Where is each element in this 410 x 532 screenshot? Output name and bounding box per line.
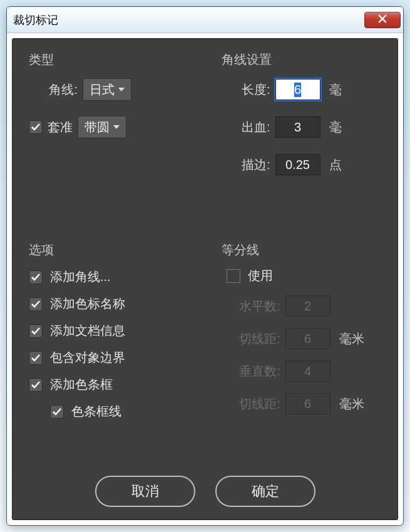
v-dist-input [285, 393, 331, 414]
cancel-button-label: 取消 [131, 482, 159, 501]
ok-button[interactable]: 确定 [215, 476, 315, 507]
stroke-input[interactable] [275, 154, 320, 175]
add-doc-info-checkbox[interactable] [29, 324, 43, 338]
close-button[interactable] [364, 12, 401, 28]
add-swatch-name-checkbox[interactable] [29, 297, 43, 311]
bleed-label: 出血: [222, 119, 270, 136]
v-count-input [285, 361, 331, 382]
length-unit: 毫 [329, 81, 342, 98]
dialog-footer: 取消 确定 [13, 476, 397, 507]
cancel-button[interactable]: 取消 [95, 476, 195, 507]
crop-marks-dialog: 裁切标记 类型 角线: 日式 [6, 6, 404, 526]
register-style-select[interactable]: 带圆 [78, 116, 126, 138]
add-swatch-name-label: 添加色标名称 [50, 295, 125, 312]
options-panel: 选项 添加角线... 添加色标名称 添 [13, 229, 205, 469]
type-panel: 类型 角线: 日式 套准 带圆 [13, 39, 205, 229]
h-dist-unit: 毫米 [339, 330, 364, 347]
length-label: 长度: [222, 81, 270, 98]
add-corner-label: 添加角线... [50, 269, 111, 285]
register-label: 套准 [48, 119, 73, 136]
chevron-down-icon [113, 125, 120, 129]
add-corner-checkbox[interactable] [29, 270, 43, 284]
corner-style-value: 日式 [90, 81, 115, 98]
stroke-label: 描边: [222, 156, 270, 173]
register-style-value: 带圆 [85, 119, 110, 136]
v-count-label: 垂直数: [222, 363, 280, 380]
h-count-label: 水平数: [222, 298, 280, 315]
stroke-unit: 点 [329, 156, 342, 173]
ok-button-label: 确定 [252, 482, 279, 501]
bleed-unit: 毫 [329, 119, 342, 136]
division-panel: 等分线 使用 水平数: 切线距: 毫米 垂直数: [205, 229, 398, 469]
bleed-input[interactable] [275, 116, 320, 138]
include-bounds-label: 包含对象边界 [50, 349, 125, 366]
chevron-down-icon [118, 88, 125, 91]
corner-style-label: 角线: [29, 81, 78, 98]
colorbar-lines-label: 色条框线 [71, 403, 121, 420]
panel-title-corner-settings: 角线设置 [222, 51, 389, 68]
add-doc-info-label: 添加文档信息 [50, 322, 125, 339]
use-division-checkbox[interactable] [227, 269, 240, 283]
h-count-input [285, 295, 331, 317]
h-dist-label: 切线距: [222, 330, 280, 347]
window-title: 裁切标记 [13, 13, 364, 28]
add-colorbar-label: 添加色条框 [50, 376, 113, 393]
include-bounds-checkbox[interactable] [29, 351, 43, 365]
dialog-body: 类型 角线: 日式 套准 带圆 [12, 38, 398, 520]
panel-title-division: 等分线 [222, 242, 389, 258]
titlebar: 裁切标记 [7, 7, 403, 33]
v-dist-unit: 毫米 [339, 396, 364, 412]
corner-settings-panel: 角线设置 长度: 毫 出血: 毫 描边: 点 [205, 39, 398, 229]
register-checkbox[interactable] [29, 120, 43, 134]
use-division-label: 使用 [248, 267, 273, 284]
close-icon [378, 14, 387, 26]
add-colorbar-checkbox[interactable] [29, 378, 43, 392]
v-dist-label: 切线距: [222, 396, 280, 412]
corner-style-select[interactable]: 日式 [83, 78, 131, 101]
colorbar-lines-checkbox[interactable] [50, 405, 64, 419]
length-input[interactable] [275, 79, 320, 100]
panel-title-type: 类型 [29, 51, 197, 68]
panel-title-options: 选项 [29, 242, 197, 258]
h-dist-input [285, 328, 331, 349]
